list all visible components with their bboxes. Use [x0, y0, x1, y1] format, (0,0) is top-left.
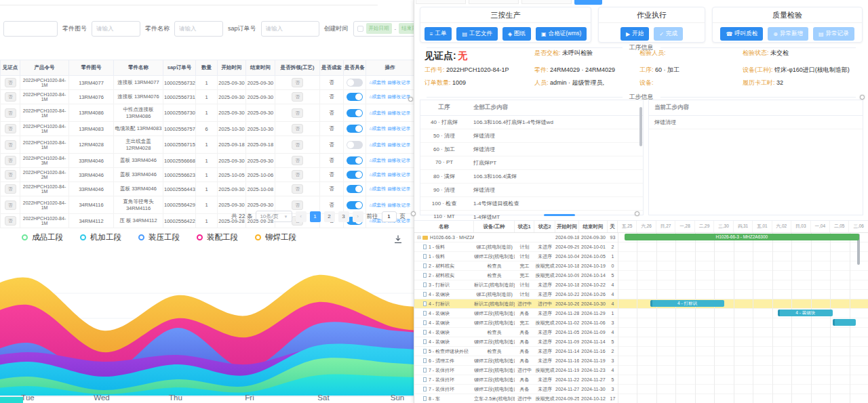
legend-item[interactable]: 机加工段 — [80, 232, 121, 242]
step-row[interactable]: 70 · PT打底焊PT — [420, 156, 643, 170]
part-name-input[interactable] — [174, 21, 223, 37]
completeness-link[interactable]: ⌂成套性 — [369, 94, 386, 99]
steps-scrollbar[interactable] — [639, 107, 642, 146]
ready-toggle[interactable] — [347, 93, 363, 101]
异常新增-button[interactable]: ⊕异常新增 — [768, 27, 808, 41]
edit-record-link[interactable]: ▤修改记录 — [387, 110, 410, 115]
page-button-3[interactable]: 3 — [338, 211, 349, 222]
resize-handle[interactable] — [411, 211, 416, 216]
legend-item[interactable]: 装配工段 — [197, 232, 238, 242]
completeness-link[interactable]: ⌂成套性 — [369, 172, 386, 177]
gantt-bar[interactable] — [833, 319, 856, 326]
开始-button[interactable]: ▶开始 — [620, 27, 649, 41]
completeness-link[interactable]: ⌂成套性 — [369, 80, 386, 85]
异常记录-button[interactable]: ▤异常记录 — [813, 27, 854, 41]
legend-item[interactable]: 成品工段 — [22, 232, 63, 242]
ready-toggle[interactable] — [347, 79, 363, 87]
next-page-button[interactable]: › — [353, 211, 363, 222]
ready-toggle[interactable] — [347, 141, 363, 149]
工单-button[interactable]: ≡工单 — [425, 27, 452, 41]
date-checkbox[interactable] — [357, 26, 363, 32]
page-size-select[interactable]: 10条/页 ▼ — [256, 211, 292, 222]
ready-toggle[interactable] — [347, 201, 363, 209]
gantt-row[interactable]: 4 - 装铜块铆焊工段(核电制造部)具备未进序2024-11-282024-11… — [414, 309, 868, 318]
gantt-row[interactable]: 4 - 装铜块检查员具备未进序2024-11-052024-11-094 — [414, 328, 868, 337]
completeness-link[interactable]: ⌂成套性 — [369, 158, 386, 163]
ready-toggle[interactable] — [347, 185, 363, 193]
edit-record-link[interactable]: ▤修改记录 — [387, 186, 410, 191]
resize-handle[interactable] — [408, 97, 413, 102]
step-row[interactable]: 50 · 清理焊缝清理 — [420, 129, 643, 143]
tab-inactive[interactable] — [416, 0, 466, 4]
completeness-link[interactable]: ⌂成套性 — [369, 126, 386, 131]
download-icon[interactable] — [393, 234, 403, 247]
gantt-row[interactable]: 1 - 领料铆焊工段(核电制造部)计划未进序2024-10-042024-10-… — [414, 252, 868, 261]
step-row[interactable]: 60 · 加工焊缝清理 — [420, 143, 643, 156]
split-badge-button[interactable]: 否 — [292, 170, 303, 179]
step-row[interactable]: 90 · 清理焊缝清理 — [420, 184, 643, 197]
completeness-link[interactable]: ⌂成套性 — [369, 142, 386, 147]
split-badge-button[interactable]: 否 — [292, 156, 303, 165]
edit-record-link[interactable]: ▤修改记录 — [387, 158, 410, 163]
gantt-row[interactable]: 6 - 清理工件铆焊工段(核电制造部)具备未进序2024-11-162024-1… — [414, 356, 868, 366]
edit-record-link[interactable]: ▤修改记录 — [387, 126, 410, 131]
split-badge-button[interactable]: 否 — [292, 78, 303, 87]
gantt-row[interactable]: 5 - 检查焊缝块外径检查员具备未进序2024-11-142024-11-162 — [414, 347, 868, 356]
steps-hscrollbar[interactable] — [544, 214, 575, 216]
gantt-row[interactable]: 4 - 装铜块铆焊工段(核电制造部)具备未进序2024-11-092024-11… — [414, 337, 868, 347]
split-badge-button[interactable]: 否 — [292, 108, 303, 118]
edit-record-link[interactable]: ▤修改记录 — [387, 80, 410, 85]
completeness-link[interactable]: ⌂成套性 — [369, 186, 386, 191]
图纸-button[interactable]: ◈图纸 — [502, 27, 531, 41]
split-badge-button[interactable]: 否 — [292, 184, 303, 194]
resize-handle[interactable] — [860, 95, 865, 100]
edit-record-link[interactable]: ▤修改记录 — [387, 142, 410, 147]
goto-page-input[interactable] — [382, 211, 397, 222]
completeness-link[interactable]: ⌂成套性 — [369, 203, 386, 207]
prev-page-button[interactable]: ‹ — [296, 211, 307, 222]
edit-record-link[interactable]: ▤修改记录 — [387, 172, 410, 177]
resize-handle[interactable] — [635, 211, 639, 216]
edit-record-link[interactable]: ▤修改记录 — [387, 203, 410, 207]
gantt-bar[interactable]: 4 - 装铜块 — [778, 310, 833, 316]
legend-item[interactable]: 装压工段 — [138, 232, 180, 242]
page-button-1[interactable]: 1 — [310, 211, 321, 222]
collapse-icon[interactable]: ⊟ — [417, 235, 421, 240]
gantt-row[interactable]: 7 - 装保持环铆焊工段(核电制造部)进行中按期完成2024-11-192024… — [414, 366, 868, 375]
gantt-row[interactable]: 2 - 材料核实检查员完工按期完成2024-10-182024-10-190 — [414, 261, 868, 271]
ready-toggle[interactable] — [347, 171, 363, 179]
gantt-row[interactable]: 7 - 装保持环铆焊工段(核电制造部)具备未进序2024-11-222024-1… — [414, 375, 868, 385]
page-button-2[interactable]: 2 — [324, 211, 335, 222]
split-badge-button[interactable]: 否 — [292, 124, 303, 133]
split-badge-button[interactable]: 否 — [292, 200, 303, 210]
start-date-field[interactable]: 开始日期 — [366, 23, 392, 34]
gantt-row[interactable]: 1 - 领料铆工(核电制造部)计划未进序2024-09-292024-10-01… — [414, 242, 868, 252]
ready-toggle[interactable] — [347, 125, 363, 133]
part-drawing-input[interactable] — [92, 21, 140, 37]
search-input-partial[interactable] — [3, 21, 58, 37]
gantt-row[interactable]: 3 - 打标识标识工(核电制造部)计划未进序2024-10-182024-10-… — [414, 280, 868, 290]
split-badge-button[interactable]: 否 — [292, 92, 303, 102]
step-row[interactable]: 80 · 满焊106.3和106.4满焊 — [420, 170, 643, 184]
split-badge-button[interactable]: 否 — [292, 140, 303, 150]
sap-order-input[interactable] — [261, 21, 319, 37]
completeness-link[interactable]: ⌂成套性 — [369, 110, 386, 115]
gantt-row[interactable]: 7 - 装保持环铆焊工段(核电制造部)具备未进序2024-11-272024-1… — [414, 385, 868, 394]
呼叫质检-button[interactable]: ☎呼叫质检 — [720, 27, 763, 41]
gantt-bar[interactable]: 4 - 打标识 — [650, 300, 724, 307]
step-row[interactable]: 100 · 检查1-4号焊缝目视检查 — [420, 197, 643, 211]
ready-toggle[interactable] — [347, 156, 363, 165]
完成-button[interactable]: ✓完成 — [654, 27, 683, 41]
tab-active[interactable] — [574, 0, 602, 5]
ready-toggle[interactable] — [347, 109, 363, 117]
legend-item[interactable]: 铆焊工段 — [255, 232, 296, 242]
gantt-row[interactable]: 8 - 车立车-2.5米(核电制造部)进行中按期完成2024-09-252024… — [414, 394, 868, 403]
gantt-row[interactable]: 4 - 装铜块铆工(核电制造部)计划未进序2024-10-222024-10-2… — [414, 290, 868, 299]
gantt-bar[interactable]: H1026-66-3 - MHZ2A6300 — [625, 234, 859, 240]
gantt-row[interactable]: 2 - 材料核实检查员完工按期完成2024-10-092024-10-145 — [414, 271, 868, 280]
tab-inactive[interactable] — [521, 0, 572, 4]
tab-inactive[interactable] — [469, 0, 519, 4]
edit-record-link[interactable]: ▤修改记录 — [387, 94, 410, 99]
gantt-row[interactable]: 4 - 打标识标识工(核电制造部)进行中进行中2024-10-262024-10… — [414, 299, 868, 309]
step-row[interactable]: 40 · 打底焊106.3和106.4打底焊1-4号焊缝wd — [420, 116, 643, 129]
